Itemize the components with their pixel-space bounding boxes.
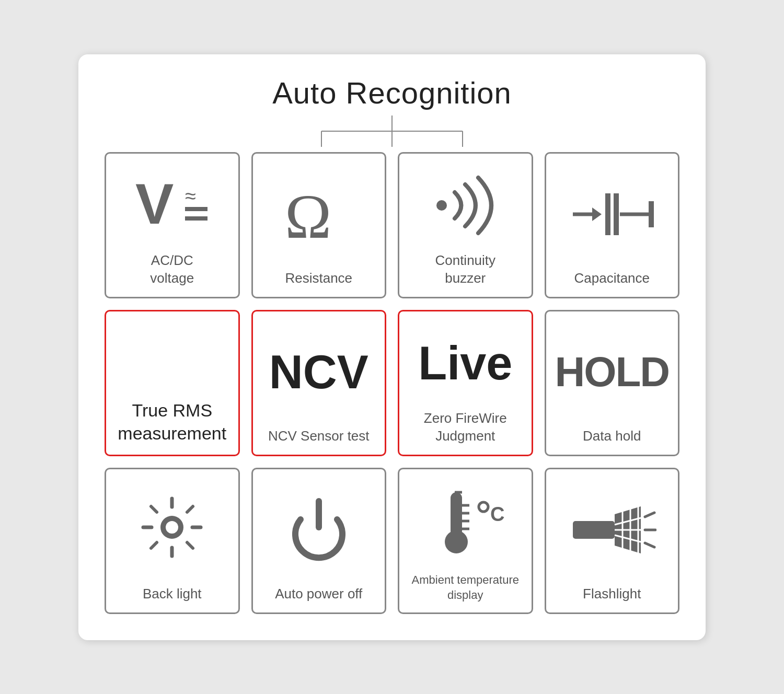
card-live: Live Zero FireWireJudgment: [398, 310, 533, 456]
card-label: NCV Sensor test: [268, 427, 370, 445]
card-true-rms: True RMSmeasurement: [105, 310, 240, 456]
card-label: Resistance: [285, 270, 352, 287]
svg-line-26: [151, 542, 157, 548]
capacitance-icon: [554, 164, 671, 264]
svg-marker-12: [592, 207, 602, 221]
flashlight-icon: [554, 480, 671, 580]
cards-grid: V ≈ AC/DCvoltage Ω Resistance: [105, 152, 679, 614]
card-ac-dc-voltage: V ≈ AC/DCvoltage: [105, 152, 240, 298]
svg-point-30: [479, 502, 488, 512]
tree-connector-svg: [282, 115, 502, 147]
card-ncv: NCV NCV Sensor test: [251, 310, 387, 456]
temperature-icon: C: [407, 480, 524, 568]
svg-rect-37: [573, 521, 615, 539]
card-label: Capacitance: [574, 270, 650, 287]
svg-point-10: [436, 200, 447, 211]
svg-line-25: [187, 506, 193, 512]
svg-text:V: V: [135, 171, 174, 236]
card-auto-power-off: Auto power off: [251, 468, 387, 614]
card-data-hold: HOLD Data hold: [545, 310, 680, 456]
svg-line-24: [187, 542, 193, 548]
card-label: AC/DCvoltage: [150, 252, 194, 287]
hold-icon: HOLD: [554, 322, 671, 422]
card-label: Zero FireWireJudgment: [424, 410, 507, 445]
continuity-icon: [407, 164, 524, 247]
card-label: Auto power off: [275, 585, 362, 603]
svg-line-45: [645, 513, 654, 517]
card-capacitance: Capacitance: [545, 152, 680, 298]
card-label: True RMSmeasurement: [118, 399, 226, 445]
live-icon: Live: [407, 322, 524, 404]
ncv-icon: NCV: [260, 322, 378, 422]
card-continuity-buzzer: Continuitybuzzer: [398, 152, 533, 298]
card-flashlight: Flashlight: [545, 468, 680, 614]
resistance-icon: Ω: [260, 164, 378, 264]
page-container: Auto Recognition V ≈: [78, 54, 706, 640]
card-label: Continuitybuzzer: [435, 252, 495, 287]
card-ambient-temp: C Ambient temperaturedisplay: [398, 468, 533, 614]
svg-text:≈: ≈: [185, 185, 196, 207]
svg-point-29: [445, 530, 468, 553]
voltage-icon: V ≈: [113, 164, 231, 247]
svg-line-23: [151, 506, 157, 512]
svg-text:Ω: Ω: [285, 182, 331, 248]
card-label: Back light: [143, 585, 202, 603]
svg-line-47: [645, 543, 654, 547]
true-rms-icon: [113, 322, 231, 394]
tree-connector: [105, 115, 679, 147]
svg-point-18: [166, 521, 178, 534]
card-label: Flashlight: [583, 585, 641, 603]
card-resistance: Ω Resistance: [251, 152, 387, 298]
card-back-light: Back light: [105, 468, 240, 614]
card-label: Data hold: [583, 427, 641, 445]
svg-rect-28: [451, 492, 462, 537]
card-label: Ambient temperaturedisplay: [412, 573, 519, 603]
power-icon: [260, 480, 378, 580]
backlight-icon: [113, 480, 231, 580]
svg-text:C: C: [490, 503, 504, 525]
page-title: Auto Recognition: [105, 75, 679, 110]
